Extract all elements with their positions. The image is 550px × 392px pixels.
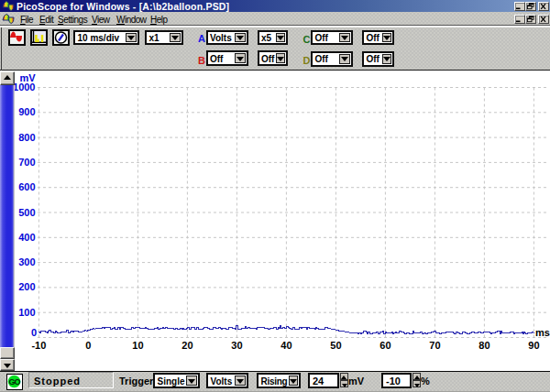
- svg-text:500: 500: [18, 207, 35, 218]
- svg-text:800: 800: [18, 132, 35, 143]
- svg-text:70: 70: [429, 340, 440, 351]
- svg-text:0: 0: [31, 327, 37, 338]
- svg-text:ms: ms: [535, 327, 550, 338]
- svg-text:100: 100: [18, 307, 35, 318]
- svg-text:-10: -10: [31, 340, 46, 351]
- svg-text:600: 600: [18, 181, 35, 192]
- svg-text:80: 80: [478, 340, 490, 351]
- svg-text:60: 60: [380, 340, 390, 351]
- svg-text:40: 40: [280, 340, 292, 351]
- svg-text:200: 200: [18, 281, 35, 292]
- svg-text:0: 0: [85, 340, 91, 351]
- svg-text:10: 10: [132, 340, 143, 351]
- svg-text:300: 300: [18, 256, 35, 267]
- svg-text:50: 50: [330, 340, 341, 351]
- svg-text:700: 700: [18, 157, 35, 168]
- svg-text:GO: GO: [8, 377, 20, 387]
- svg-text:90: 90: [528, 340, 539, 351]
- svg-text:400: 400: [18, 232, 35, 243]
- svg-text:900: 900: [18, 106, 35, 117]
- svg-text:mV: mV: [19, 72, 36, 83]
- svg-text:30: 30: [231, 340, 242, 351]
- svg-text:20: 20: [182, 340, 192, 351]
